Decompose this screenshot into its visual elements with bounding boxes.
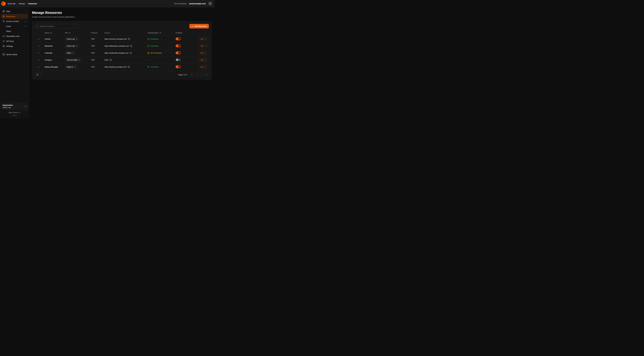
breadcrumb-separator: ›: [26, 2, 27, 5]
edit-button-label: Edit: [200, 52, 204, 54]
breadcrumb: home-lab › settings › resources: [8, 2, 37, 5]
sidebar: SitesResourcesAccess ControlUsersRolesSh…: [0, 7, 29, 119]
sort-icon: [69, 32, 70, 34]
copy-access-button[interactable]: [130, 52, 132, 54]
toggle-knob: [178, 66, 180, 68]
column-label: Protocol: [91, 32, 98, 34]
row-actions-button[interactable]: [37, 37, 40, 41]
auth-status-label: Not Protected: [151, 52, 162, 54]
sidebar-item-api-keys[interactable]: API Keys: [1, 39, 28, 44]
sidebar-item-settings[interactable]: Settings: [1, 44, 28, 48]
sidebar-item-users[interactable]: Users: [1, 24, 28, 29]
version-label: v1.3.0: [1, 115, 28, 116]
breadcrumb-settings[interactable]: settings: [18, 2, 25, 5]
edit-button[interactable]: Edit: [198, 65, 208, 69]
sort-icon: [50, 32, 52, 34]
protocol-value: TCP: [88, 38, 102, 40]
sidebar-item-roles[interactable]: Roles: [1, 29, 28, 34]
row-actions-button[interactable]: [37, 51, 40, 55]
enabled-toggle[interactable]: [176, 44, 181, 47]
column-header-site[interactable]: Site: [62, 32, 88, 34]
copy-access-button[interactable]: [110, 59, 112, 61]
search-icon: [36, 25, 38, 27]
enabled-toggle[interactable]: [176, 52, 181, 54]
sidebar-item-label: Settings: [6, 45, 13, 47]
sidebar-item-sites[interactable]: Sites: [1, 9, 28, 14]
copy-access-button[interactable]: [128, 66, 130, 68]
copy-access-button[interactable]: [128, 38, 130, 40]
open-source-link[interactable]: Open Source: [1, 112, 28, 114]
breadcrumb-home-lab[interactable]: home-lab: [8, 2, 16, 5]
site-name: Edge 01: [67, 66, 73, 68]
sidebar-item-shareable-links[interactable]: Shareable Links: [1, 34, 28, 39]
site-link-badge[interactable]: Office: [65, 51, 76, 55]
org-selector-label: Organization: [2, 104, 13, 106]
row-actions-button[interactable]: [37, 44, 40, 48]
first-page-button[interactable]: [190, 72, 194, 77]
users-icon: [2, 20, 5, 22]
access-value: 5432: [104, 59, 108, 61]
arrow-up-right-icon: [78, 59, 80, 61]
enabled-toggle[interactable]: [176, 58, 181, 61]
breadcrumb-resources[interactable]: resources: [28, 2, 37, 5]
auth-status-label: -: [148, 59, 148, 61]
sidebar-nav: SitesResourcesAccess ControlUsersRolesSh…: [1, 9, 28, 48]
site-name: Second Office: [67, 59, 78, 61]
search-input[interactable]: [40, 25, 78, 28]
sidebar-item-label: Users: [6, 25, 11, 28]
resources-card: Add Resource NameSiteProtocolAccessAuthe…: [32, 21, 212, 80]
column-header-authentication[interactable]: Authentication: [145, 32, 173, 34]
sidebar-item-label: Server Admin: [6, 54, 18, 56]
main-content: Manage Resources Create secure proxies t…: [29, 7, 215, 119]
sidebar-item-label: Roles: [6, 30, 11, 32]
grid-icon: [2, 10, 5, 12]
edit-button[interactable]: Edit: [198, 58, 208, 62]
last-page-button[interactable]: [205, 72, 209, 77]
next-page-button[interactable]: [200, 72, 204, 77]
page-size-select[interactable]: 20: [35, 72, 43, 77]
waypoints-icon: [2, 15, 5, 18]
site-link-badge[interactable]: Home Lab: [65, 37, 79, 41]
gear-icon: [2, 45, 5, 47]
page-size-value: 20: [36, 74, 38, 76]
org-selector[interactable]: Organization Home Lab: [1, 103, 28, 110]
edit-button[interactable]: Edit: [198, 44, 208, 48]
edit-button[interactable]: Edit: [198, 37, 208, 41]
avatar[interactable]: J: [208, 2, 212, 6]
auth-status-label: Protected: [151, 38, 158, 40]
app-logo-icon[interactable]: [1, 2, 6, 6]
auth-status-label: Protected: [151, 45, 158, 47]
key-icon: [2, 40, 5, 42]
auth-status: Not Protected: [145, 52, 173, 54]
sidebar-item-label: Resources: [6, 15, 15, 18]
enabled-toggle[interactable]: [176, 65, 181, 68]
table-footer: 20 Page 1 of 1: [35, 72, 209, 77]
enabled-toggle[interactable]: [176, 38, 181, 40]
chevrons-left-icon: [190, 74, 193, 76]
site-link-badge[interactable]: Edge 01: [65, 65, 78, 69]
column-header-protocol: Protocol: [88, 32, 102, 34]
row-actions-button[interactable]: [37, 58, 40, 62]
shield-off-icon: [148, 52, 150, 54]
column-label: Access: [104, 32, 110, 34]
site-link-badge[interactable]: Second Office: [65, 58, 82, 62]
column-header-name[interactable]: Name: [42, 32, 62, 34]
access-value: https://bitwarden.example.com: [104, 45, 129, 47]
previous-page-button[interactable]: [195, 72, 199, 77]
site-link-badge[interactable]: Home Lab: [65, 44, 79, 48]
arrow-up-right-icon: [74, 66, 76, 68]
copy-access-button[interactable]: [130, 45, 132, 47]
chevrons-up-down-icon: [24, 106, 26, 108]
table-body: ImmichHome LabTCPhttps://immich.example.…: [35, 36, 209, 70]
chevron-right-icon: [201, 74, 203, 76]
server-icon: [2, 53, 5, 56]
table-row: ImmichHome LabTCPhttps://immich.example.…: [35, 36, 209, 42]
row-actions-button[interactable]: [37, 65, 40, 69]
edit-button[interactable]: Edit: [198, 51, 208, 55]
sidebar-item-server-admin[interactable]: Server Admin: [1, 52, 28, 57]
documentation-link[interactable]: Documentation: [174, 2, 187, 5]
sidebar-item-access-control[interactable]: Access Control: [1, 19, 28, 24]
site-name: Home Lab: [67, 45, 75, 47]
sidebar-item-resources[interactable]: Resources: [1, 14, 28, 19]
add-resource-button[interactable]: Add Resource: [189, 24, 209, 28]
